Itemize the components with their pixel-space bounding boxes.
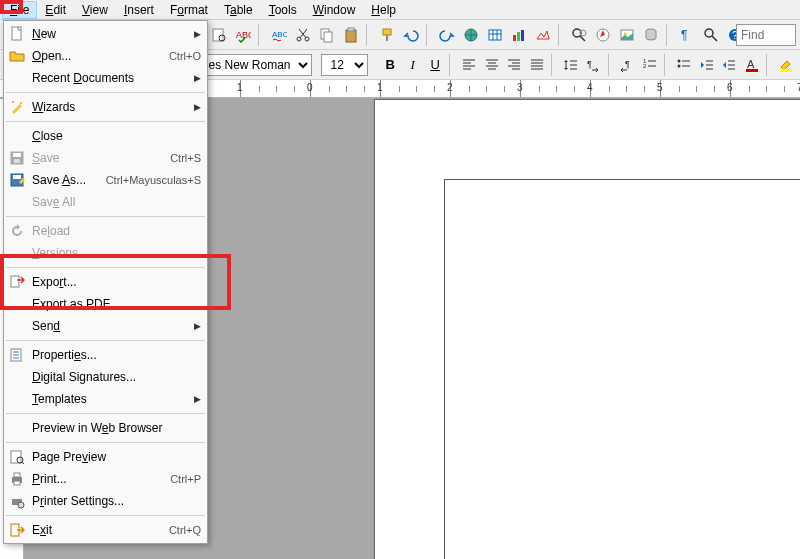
menu-shortcut: Ctrl+S [170,152,201,164]
menu-item-label: Versions... [32,246,201,260]
svg-point-73 [678,64,681,67]
underline-button[interactable]: U [425,54,446,76]
menu-item-save-as[interactable]: Save As...Ctrl+Mayusculas+S [4,169,207,191]
svg-point-72 [678,59,681,62]
menu-item-open[interactable]: Open...Ctrl+O [4,45,207,67]
font-size-combo[interactable]: 12 [321,54,368,76]
menu-tools[interactable]: Tools [261,1,305,19]
menu-item-label: Properties... [32,348,201,362]
svg-line-32 [580,36,585,41]
file-menu-dropdown: New▶Open...Ctrl+ORecent Documents▶Wizard… [3,20,208,544]
autospell-button[interactable]: ABC [268,24,290,46]
printset-icon [8,492,26,510]
hyperlink-button[interactable] [460,24,482,46]
menu-item-export-as-pdf[interactable]: Export as PDF... [4,293,207,315]
menu-item-wizards[interactable]: Wizards▶ [4,96,207,118]
bold-button[interactable]: B [380,54,401,76]
highlight-button[interactable] [775,54,796,76]
menu-item-page-preview[interactable]: Page Preview [4,446,207,468]
svg-rect-19 [346,30,356,42]
show-draw-button[interactable] [532,24,554,46]
align-center-button[interactable] [481,54,502,76]
navigator-button[interactable] [592,24,614,46]
format-paint-button[interactable] [376,24,398,46]
spellcheck-button[interactable]: ABC [232,24,254,46]
svg-text:A: A [747,58,755,70]
menu-item-properties[interactable]: Properties... [4,344,207,366]
italic-button[interactable]: I [402,54,423,76]
nonprint-button[interactable]: ¶ [676,24,698,46]
menu-item-close[interactable]: Close [4,125,207,147]
align-right-button[interactable] [504,54,525,76]
menu-item-exit[interactable]: ExitCtrl+Q [4,519,207,541]
menu-edit[interactable]: Edit [37,1,74,19]
cut-button[interactable] [292,24,314,46]
align-left-button[interactable] [459,54,480,76]
menu-item-label: Preview in Web Browser [32,421,201,435]
menu-item-preview-in-web-browser[interactable]: Preview in Web Browser [4,417,207,439]
bullets-button[interactable] [674,54,695,76]
find-input[interactable] [736,24,796,46]
svg-rect-85 [12,27,21,40]
menu-item-print[interactable]: Print...Ctrl+P [4,468,207,490]
menu-item-templates[interactable]: Templates▶ [4,388,207,410]
undo-button[interactable] [400,24,422,46]
font-color-button[interactable]: A [741,54,762,76]
menu-item-label: Export... [32,275,201,289]
rtl-button[interactable]: ¶ [617,54,638,76]
menu-item-label: Export as PDF... [32,297,201,311]
menu-insert[interactable]: Insert [116,1,162,19]
print-icon [8,470,26,488]
menu-format[interactable]: Format [162,1,216,19]
svg-rect-24 [489,30,501,40]
submenu-arrow-icon: ▶ [194,394,201,404]
menu-table[interactable]: Table [216,1,261,19]
menu-item-reload: Reload [4,220,207,242]
wizard-icon [8,98,26,116]
indent-more-button[interactable] [719,54,740,76]
line-spacing-button[interactable] [561,54,582,76]
menu-item-label: Open... [32,49,169,63]
svg-rect-90 [14,159,20,163]
gallery-button[interactable] [616,24,638,46]
svg-rect-102 [14,473,20,477]
submenu-arrow-icon: ▶ [194,102,201,112]
menu-item-label: Page Preview [32,450,201,464]
menu-view[interactable]: View [74,1,116,19]
menu-window[interactable]: Window [305,1,364,19]
menu-item-export[interactable]: Export... [4,271,207,293]
menu-item-send[interactable]: Send▶ [4,315,207,337]
preview-button[interactable] [208,24,230,46]
menu-item-printer-settings[interactable]: Printer Settings... [4,490,207,512]
svg-rect-28 [513,35,516,41]
zoom-button[interactable] [700,24,722,46]
pagepreview-icon [8,448,26,466]
svg-text:¶: ¶ [625,59,630,69]
menu-item-recent-documents[interactable]: Recent Documents▶ [4,67,207,89]
menu-item-new[interactable]: New▶ [4,23,207,45]
copy-button[interactable] [316,24,338,46]
menu-bar: FileEditViewInsertFormatTableToolsWindow… [0,0,800,20]
text-frame[interactable] [444,179,800,559]
ltr-button[interactable]: ¶ [583,54,604,76]
menu-item-digital-signatures[interactable]: Digital Signatures... [4,366,207,388]
svg-rect-21 [383,29,391,35]
menu-file[interactable]: File [2,1,37,19]
svg-text:ABC: ABC [272,30,287,39]
menu-item-label: Save [32,151,170,165]
find-replace-button[interactable] [568,24,590,46]
save-dis-icon [8,149,26,167]
svg-rect-89 [13,153,21,157]
chart-button[interactable] [508,24,530,46]
data-sources-button[interactable] [640,24,662,46]
numbering-button[interactable]: 12 [640,54,661,76]
paste-button[interactable] [340,24,362,46]
justify-button[interactable] [526,54,547,76]
new-icon [8,25,26,43]
redo-button[interactable] [436,24,458,46]
table-button[interactable] [484,24,506,46]
svg-rect-30 [521,30,524,41]
menu-help[interactable]: Help [363,1,404,19]
saveas-icon [8,171,26,189]
indent-less-button[interactable] [696,54,717,76]
